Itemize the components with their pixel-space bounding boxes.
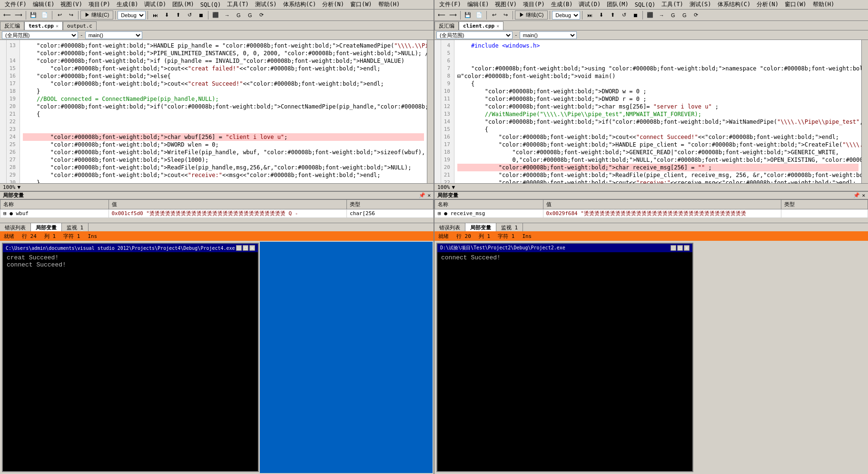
right-scope-right[interactable]: main() xyxy=(520,31,577,39)
left-console-minimize[interactable]: _ xyxy=(236,245,242,251)
right-tab-locals[interactable]: 局部变量 xyxy=(465,223,496,231)
toolbar-step-in[interactable]: ⬇ xyxy=(161,10,172,20)
right-console-minimize[interactable]: _ xyxy=(671,245,676,251)
toolbar-step-over[interactable]: ⏭ xyxy=(150,10,160,20)
left-menu-help[interactable]: 帮助(H) xyxy=(375,0,403,9)
left-terminal-title: C:\Users\admin\documents\visual studio 2… xyxy=(6,246,235,251)
toolbar-new[interactable]: 📄 xyxy=(39,10,50,20)
left-code-content[interactable]: "color:#00008b;font-weight:bold;">HANDLE… xyxy=(20,40,427,183)
left-menu-sql[interactable]: SQL(Q) xyxy=(197,1,224,9)
left-tab-locals[interactable]: 局部变量 xyxy=(31,223,62,231)
right-toolbar-refresh[interactable]: ⟳ xyxy=(690,10,701,20)
right-toolbar-debug-mode[interactable]: Debug xyxy=(552,11,580,20)
right-menu-view[interactable]: 视图(V) xyxy=(492,0,520,9)
right-code-content[interactable]: #include <windows.h> "color:#00008b;font… xyxy=(454,40,861,183)
right-toolbar-forward[interactable]: ⟶ xyxy=(448,10,458,20)
right-toolbar-back[interactable]: ⟵ xyxy=(436,10,447,20)
toolbar-refresh[interactable]: ⟳ xyxy=(256,10,266,20)
toolbar-nav1[interactable]: → xyxy=(222,10,232,20)
toolbar-restart[interactable]: ↺ xyxy=(184,10,195,20)
left-menu-view[interactable]: 视图(V) xyxy=(58,0,85,9)
toolbar-nav3[interactable]: G xyxy=(245,10,255,20)
left-locals-content: 名称 值 类型 ⊞ ● wbuf 0x001cf5d0 "烫烫烫烫烫烫烫烫烫烫烫… xyxy=(0,199,434,223)
left-locals-pin[interactable]: 📌 xyxy=(419,192,425,198)
right-menu-test[interactable]: 测试(S) xyxy=(687,0,714,9)
toolbar-nav2[interactable]: G xyxy=(233,10,244,20)
tab-client-cpp[interactable]: client.cpp ✕ xyxy=(459,21,503,30)
right-line-numbers: 4567891011121314151617181920212223242526… xyxy=(441,40,454,183)
right-toolbar-undo[interactable]: ↩ xyxy=(489,10,499,20)
right-tab-errors[interactable]: 错误列表 xyxy=(434,223,465,231)
right-toolbar-step-in[interactable]: ⬇ xyxy=(596,10,606,20)
right-toolbar-redo[interactable]: ↪ xyxy=(500,10,511,20)
right-toolbar-nav3[interactable]: G xyxy=(679,10,690,20)
left-locals-close[interactable]: ✕ xyxy=(427,192,431,198)
right-menu-arch[interactable]: 体系结构(C) xyxy=(715,0,754,9)
right-toolbar-bp[interactable]: ⬛ xyxy=(645,10,655,20)
left-tab-watch1[interactable]: 监视 1 xyxy=(62,223,89,231)
left-menu-analyze[interactable]: 分析(N) xyxy=(319,0,347,9)
toolbar-save-all[interactable]: 💾 xyxy=(28,10,39,20)
right-toolbar-stop[interactable]: ⏹ xyxy=(630,10,641,20)
left-line-numbers: 1314151617181920212223242526272829303132… xyxy=(7,40,20,183)
left-scope-right[interactable]: main() xyxy=(85,31,142,39)
tab-disassembly-right[interactable]: 反汇编 xyxy=(434,21,459,30)
right-menu-sql[interactable]: SQL(Q) xyxy=(632,1,658,9)
left-menu-edit[interactable]: 编辑(E) xyxy=(30,0,58,9)
left-tab-errors[interactable]: 错误列表 xyxy=(0,223,31,231)
left-menu-arch[interactable]: 体系结构(C) xyxy=(280,0,319,9)
right-menu-build[interactable]: 生成(B) xyxy=(548,0,576,9)
toolbar-back[interactable]: ⟵ xyxy=(2,10,12,20)
right-menu-tools[interactable]: 工具(T) xyxy=(659,0,686,9)
right-menu-project[interactable]: 项目(P) xyxy=(520,0,548,9)
right-console-close[interactable]: ✕ xyxy=(684,245,690,251)
toolbar-forward[interactable]: ⟶ xyxy=(13,10,24,20)
toolbar-step-out[interactable]: ⬆ xyxy=(173,10,183,20)
right-toolbar-nav1[interactable]: → xyxy=(656,10,667,20)
left-menu-test[interactable]: 测试(S) xyxy=(252,0,280,9)
right-menu-help[interactable]: 帮助(H) xyxy=(810,0,838,9)
toolbar-stop[interactable]: ⏹ xyxy=(196,10,206,20)
right-scrollbar[interactable] xyxy=(861,40,868,183)
right-toolbar-continue[interactable]: ▶ 继续(C) xyxy=(515,10,548,20)
toolbar-redo[interactable]: ↪ xyxy=(66,10,76,20)
close-test-cpp[interactable]: ✕ xyxy=(56,23,59,29)
left-menu-debug[interactable]: 调试(D) xyxy=(141,0,169,9)
right-toolbar-new[interactable]: 📄 xyxy=(474,10,484,20)
tab-test-cpp[interactable]: test.cpp ✕ xyxy=(24,21,63,30)
right-locals-close[interactable]: ✕ xyxy=(862,192,865,198)
left-console-close[interactable]: ✕ xyxy=(249,245,255,251)
left-console-maximize[interactable]: □ xyxy=(243,245,248,251)
right-menu-debug[interactable]: 调试(D) xyxy=(576,0,603,9)
right-toolbar-step-out[interactable]: ⬆ xyxy=(607,10,618,20)
left-menu-team[interactable]: 团队(M) xyxy=(169,0,197,9)
right-console-maximize[interactable]: □ xyxy=(677,245,683,251)
left-menu-project[interactable]: 项目(P) xyxy=(86,0,113,9)
right-menu-team[interactable]: 团队(M) xyxy=(604,0,631,9)
right-menu-edit[interactable]: 编辑(E) xyxy=(464,0,492,9)
left-menu-tools[interactable]: 工具(T) xyxy=(224,0,252,9)
toolbar-breakpoints[interactable]: ⬛ xyxy=(210,10,221,20)
tab-disassembly-left[interactable]: 反汇编 xyxy=(0,21,24,30)
left-menu-file[interactable]: 文件(F) xyxy=(2,0,30,9)
right-toolbar-nav2[interactable]: G xyxy=(668,10,678,20)
right-menu-analyze[interactable]: 分析(N) xyxy=(754,0,781,9)
toolbar-continue[interactable]: ▶ 继续(C) xyxy=(80,10,113,20)
right-scope-left[interactable]: (全局范围) xyxy=(436,31,513,39)
right-menu-window[interactable]: 窗口(W) xyxy=(782,0,809,9)
left-scope-left[interactable]: (全局范围) xyxy=(2,31,78,39)
left-menu-build[interactable]: 生成(B) xyxy=(114,0,141,9)
right-toolbar-save[interactable]: 💾 xyxy=(463,10,473,20)
right-menu-file[interactable]: 文件(F) xyxy=(436,0,464,9)
right-toolbar-step-over[interactable]: ⏭ xyxy=(584,10,595,20)
left-zoom: 100% ▼ xyxy=(0,183,434,191)
right-locals-pin[interactable]: 📌 xyxy=(853,192,860,198)
left-menu-window[interactable]: 窗口(W) xyxy=(347,0,375,9)
right-tab-watch1[interactable]: 监视 1 xyxy=(496,223,523,231)
close-client-cpp[interactable]: ✕ xyxy=(496,23,499,29)
right-toolbar-restart[interactable]: ↺ xyxy=(619,10,629,20)
toolbar-debug-mode[interactable]: Debug xyxy=(118,11,146,20)
toolbar-undo[interactable]: ↩ xyxy=(54,10,65,20)
left-scrollbar[interactable] xyxy=(427,40,434,183)
tab-output-c[interactable]: output.c xyxy=(63,21,97,30)
